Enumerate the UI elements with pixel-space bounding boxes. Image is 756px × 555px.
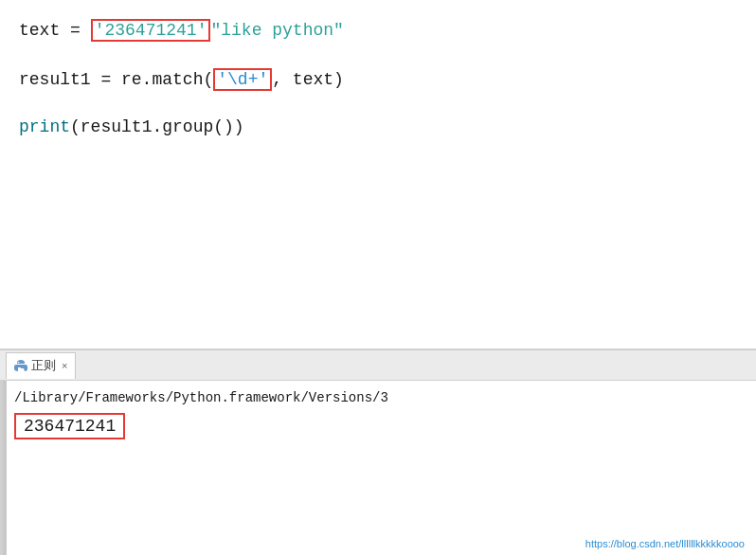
- output-path-line: /Library/Frameworks/Python.framework/Ver…: [14, 388, 745, 407]
- code-line-1: text = '236471241'"like python": [19, 19, 737, 42]
- tab-bar: 正则 ×: [0, 350, 756, 381]
- code-line-2: result1 = re.match('\d+', text): [19, 68, 737, 91]
- left-gutter: [3, 381, 7, 555]
- code-text-assign: text =: [19, 21, 91, 40]
- code-string-like-python: "like python": [210, 21, 343, 40]
- code-result1-assign: result1 = re.match(: [19, 70, 213, 89]
- code-match-text-arg: , text): [272, 70, 344, 89]
- tab-close-button[interactable]: ×: [62, 360, 67, 371]
- code-group-call: (result1.group()): [70, 117, 244, 136]
- tab-label: 正则: [31, 357, 56, 374]
- bottom-panel: 正则 × /Library/Frameworks/Python.framewor…: [0, 350, 756, 555]
- svg-point-0: [18, 362, 20, 364]
- tab-zhengze[interactable]: 正则 ×: [6, 352, 76, 379]
- python-icon: [14, 359, 27, 372]
- watermark: https://blog.csdn.net/llllllkkkkkoooo: [585, 538, 745, 549]
- output-result-line: 236471241: [14, 413, 745, 439]
- code-line-3: print(result1.group()): [19, 117, 737, 136]
- code-editor: text = '236471241'"like python" result1 …: [0, 0, 756, 350]
- svg-point-1: [23, 368, 25, 370]
- code-print-keyword: print: [19, 117, 70, 136]
- output-content: /Library/Frameworks/Python.framework/Ver…: [0, 381, 756, 555]
- code-string-number-highlighted: '236471241': [91, 19, 211, 42]
- output-result-value: 236471241: [14, 413, 125, 439]
- code-regex-pattern-highlighted: '\d+': [213, 68, 272, 91]
